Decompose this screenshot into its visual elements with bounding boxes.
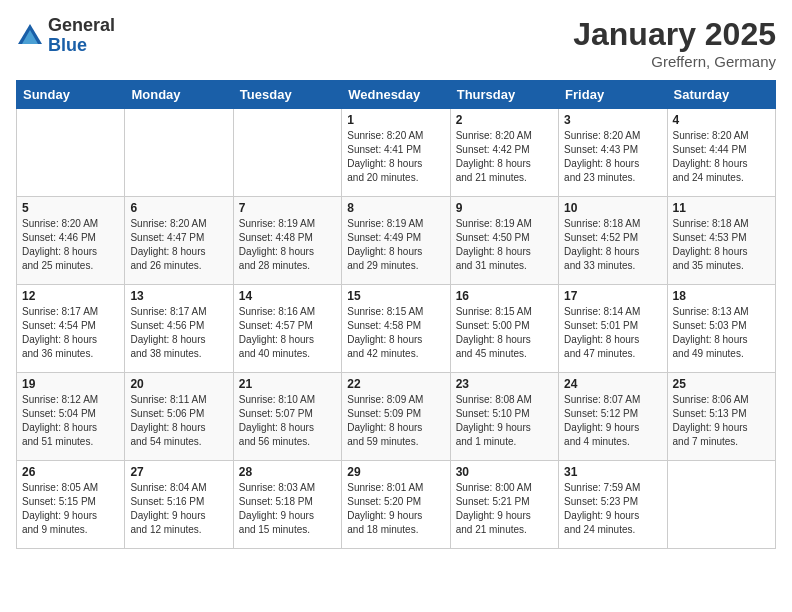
week-row-5: 26Sunrise: 8:05 AM Sunset: 5:15 PM Dayli… [17,461,776,549]
weekday-header-monday: Monday [125,81,233,109]
day-cell: 2Sunrise: 8:20 AM Sunset: 4:42 PM Daylig… [450,109,558,197]
day-info: Sunrise: 8:16 AM Sunset: 4:57 PM Dayligh… [239,305,336,361]
day-cell: 13Sunrise: 8:17 AM Sunset: 4:56 PM Dayli… [125,285,233,373]
day-info: Sunrise: 8:00 AM Sunset: 5:21 PM Dayligh… [456,481,553,537]
day-info: Sunrise: 8:20 AM Sunset: 4:44 PM Dayligh… [673,129,770,185]
day-cell: 21Sunrise: 8:10 AM Sunset: 5:07 PM Dayli… [233,373,341,461]
day-number: 14 [239,289,336,303]
day-cell: 20Sunrise: 8:11 AM Sunset: 5:06 PM Dayli… [125,373,233,461]
day-info: Sunrise: 8:04 AM Sunset: 5:16 PM Dayligh… [130,481,227,537]
day-number: 25 [673,377,770,391]
day-info: Sunrise: 8:20 AM Sunset: 4:42 PM Dayligh… [456,129,553,185]
page-header: General Blue January 2025 Greffern, Germ… [16,16,776,70]
day-cell: 15Sunrise: 8:15 AM Sunset: 4:58 PM Dayli… [342,285,450,373]
day-cell: 31Sunrise: 7:59 AM Sunset: 5:23 PM Dayli… [559,461,667,549]
day-number: 11 [673,201,770,215]
month-title: January 2025 [573,16,776,53]
day-cell: 7Sunrise: 8:19 AM Sunset: 4:48 PM Daylig… [233,197,341,285]
day-number: 21 [239,377,336,391]
title-block: January 2025 Greffern, Germany [573,16,776,70]
day-cell: 9Sunrise: 8:19 AM Sunset: 4:50 PM Daylig… [450,197,558,285]
day-cell: 19Sunrise: 8:12 AM Sunset: 5:04 PM Dayli… [17,373,125,461]
day-number: 4 [673,113,770,127]
day-number: 3 [564,113,661,127]
day-info: Sunrise: 8:15 AM Sunset: 4:58 PM Dayligh… [347,305,444,361]
day-cell: 8Sunrise: 8:19 AM Sunset: 4:49 PM Daylig… [342,197,450,285]
day-number: 13 [130,289,227,303]
day-cell: 24Sunrise: 8:07 AM Sunset: 5:12 PM Dayli… [559,373,667,461]
day-cell: 30Sunrise: 8:00 AM Sunset: 5:21 PM Dayli… [450,461,558,549]
day-cell: 5Sunrise: 8:20 AM Sunset: 4:46 PM Daylig… [17,197,125,285]
day-number: 9 [456,201,553,215]
day-number: 19 [22,377,119,391]
day-number: 10 [564,201,661,215]
day-cell: 3Sunrise: 8:20 AM Sunset: 4:43 PM Daylig… [559,109,667,197]
week-row-2: 5Sunrise: 8:20 AM Sunset: 4:46 PM Daylig… [17,197,776,285]
logo-text: General Blue [48,16,115,56]
day-number: 15 [347,289,444,303]
logo-general: General [48,16,115,36]
calendar: SundayMondayTuesdayWednesdayThursdayFrid… [16,80,776,549]
day-info: Sunrise: 8:20 AM Sunset: 4:46 PM Dayligh… [22,217,119,273]
day-info: Sunrise: 8:15 AM Sunset: 5:00 PM Dayligh… [456,305,553,361]
day-info: Sunrise: 8:20 AM Sunset: 4:47 PM Dayligh… [130,217,227,273]
day-info: Sunrise: 8:18 AM Sunset: 4:53 PM Dayligh… [673,217,770,273]
day-info: Sunrise: 8:17 AM Sunset: 4:54 PM Dayligh… [22,305,119,361]
day-cell: 23Sunrise: 8:08 AM Sunset: 5:10 PM Dayli… [450,373,558,461]
day-info: Sunrise: 8:19 AM Sunset: 4:49 PM Dayligh… [347,217,444,273]
day-cell: 25Sunrise: 8:06 AM Sunset: 5:13 PM Dayli… [667,373,775,461]
day-info: Sunrise: 8:14 AM Sunset: 5:01 PM Dayligh… [564,305,661,361]
day-number: 7 [239,201,336,215]
week-row-1: 1Sunrise: 8:20 AM Sunset: 4:41 PM Daylig… [17,109,776,197]
day-number: 20 [130,377,227,391]
day-info: Sunrise: 8:06 AM Sunset: 5:13 PM Dayligh… [673,393,770,449]
day-number: 12 [22,289,119,303]
day-number: 31 [564,465,661,479]
day-info: Sunrise: 8:13 AM Sunset: 5:03 PM Dayligh… [673,305,770,361]
day-number: 27 [130,465,227,479]
day-info: Sunrise: 8:11 AM Sunset: 5:06 PM Dayligh… [130,393,227,449]
location: Greffern, Germany [573,53,776,70]
logo-blue: Blue [48,36,115,56]
day-cell: 18Sunrise: 8:13 AM Sunset: 5:03 PM Dayli… [667,285,775,373]
day-cell: 10Sunrise: 8:18 AM Sunset: 4:52 PM Dayli… [559,197,667,285]
day-number: 30 [456,465,553,479]
day-cell [233,109,341,197]
day-info: Sunrise: 8:17 AM Sunset: 4:56 PM Dayligh… [130,305,227,361]
weekday-header-friday: Friday [559,81,667,109]
day-info: Sunrise: 8:09 AM Sunset: 5:09 PM Dayligh… [347,393,444,449]
day-number: 5 [22,201,119,215]
day-cell: 4Sunrise: 8:20 AM Sunset: 4:44 PM Daylig… [667,109,775,197]
day-cell: 26Sunrise: 8:05 AM Sunset: 5:15 PM Dayli… [17,461,125,549]
day-cell: 17Sunrise: 8:14 AM Sunset: 5:01 PM Dayli… [559,285,667,373]
day-cell: 27Sunrise: 8:04 AM Sunset: 5:16 PM Dayli… [125,461,233,549]
day-info: Sunrise: 8:20 AM Sunset: 4:41 PM Dayligh… [347,129,444,185]
day-info: Sunrise: 8:05 AM Sunset: 5:15 PM Dayligh… [22,481,119,537]
day-cell: 29Sunrise: 8:01 AM Sunset: 5:20 PM Dayli… [342,461,450,549]
day-number: 23 [456,377,553,391]
week-row-3: 12Sunrise: 8:17 AM Sunset: 4:54 PM Dayli… [17,285,776,373]
day-info: Sunrise: 8:18 AM Sunset: 4:52 PM Dayligh… [564,217,661,273]
logo-icon [16,22,44,50]
day-cell: 12Sunrise: 8:17 AM Sunset: 4:54 PM Dayli… [17,285,125,373]
weekday-header-wednesday: Wednesday [342,81,450,109]
day-info: Sunrise: 8:10 AM Sunset: 5:07 PM Dayligh… [239,393,336,449]
day-number: 1 [347,113,444,127]
day-number: 2 [456,113,553,127]
week-row-4: 19Sunrise: 8:12 AM Sunset: 5:04 PM Dayli… [17,373,776,461]
weekday-header-sunday: Sunday [17,81,125,109]
day-number: 28 [239,465,336,479]
day-number: 6 [130,201,227,215]
day-number: 29 [347,465,444,479]
day-info: Sunrise: 8:08 AM Sunset: 5:10 PM Dayligh… [456,393,553,449]
day-number: 24 [564,377,661,391]
day-cell: 6Sunrise: 8:20 AM Sunset: 4:47 PM Daylig… [125,197,233,285]
day-cell [125,109,233,197]
weekday-header-row: SundayMondayTuesdayWednesdayThursdayFrid… [17,81,776,109]
day-cell: 1Sunrise: 8:20 AM Sunset: 4:41 PM Daylig… [342,109,450,197]
day-number: 18 [673,289,770,303]
day-number: 22 [347,377,444,391]
day-info: Sunrise: 8:20 AM Sunset: 4:43 PM Dayligh… [564,129,661,185]
day-cell: 16Sunrise: 8:15 AM Sunset: 5:00 PM Dayli… [450,285,558,373]
day-info: Sunrise: 8:03 AM Sunset: 5:18 PM Dayligh… [239,481,336,537]
